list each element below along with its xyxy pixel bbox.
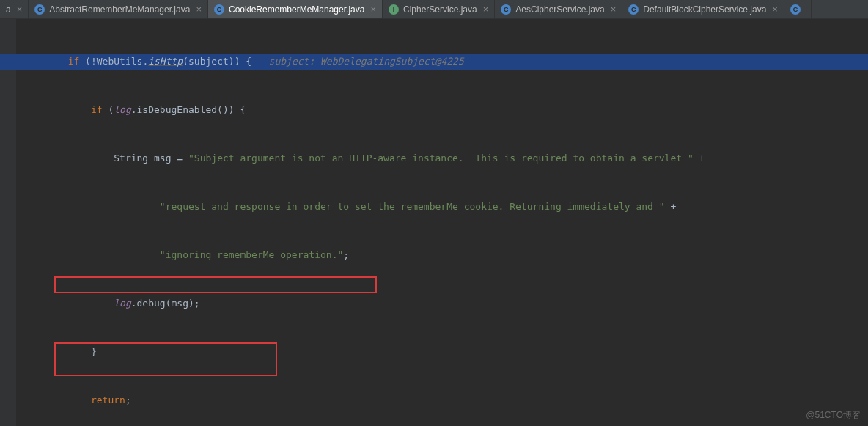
close-icon[interactable]: ×: [17, 4, 23, 15]
class-icon: C: [628, 4, 639, 15]
tab-trailing[interactable]: C: [784, 0, 812, 18]
code-editor[interactable]: if (!WebUtils.isHttp(subject)) { subject…: [0, 19, 868, 426]
code-line[interactable]: return;: [22, 392, 868, 408]
tab-label: AbstractRememberMeManager.java: [49, 4, 190, 15]
code-line[interactable]: if (log.isDebugEnabled()) {: [22, 102, 868, 118]
code-line[interactable]: String msg = "Subject argument is not an…: [22, 150, 868, 166]
class-icon: C: [34, 4, 45, 15]
code-line[interactable]: log.debug(msg);: [22, 295, 868, 312]
tab-label: AesCipherService.java: [515, 4, 604, 15]
class-icon: C: [501, 4, 511, 15]
interface-icon: I: [389, 4, 399, 15]
code-line[interactable]: "ignoring rememberMe operation.";: [22, 247, 868, 263]
class-icon: C: [790, 4, 801, 15]
close-icon[interactable]: ×: [483, 4, 489, 15]
tab-partial-a[interactable]: a ×: [0, 0, 29, 18]
tab-cookie-remember[interactable]: C CookieRememberMeManager.java ×: [208, 0, 383, 18]
watermark-text: @51CTO博客: [806, 409, 861, 422]
close-icon[interactable]: ×: [772, 4, 778, 15]
tab-aes-cipher[interactable]: C AesCipherService.java ×: [495, 0, 622, 18]
editor-tab-bar: a × C AbstractRememberMeManager.java × C…: [0, 0, 868, 19]
tab-cipher-service[interactable]: I CipherService.java ×: [383, 0, 495, 18]
tab-label: a: [6, 4, 11, 15]
tab-label: CipherService.java: [403, 4, 477, 15]
class-icon: C: [214, 4, 224, 15]
code-line[interactable]: "request and response in order to set th…: [22, 199, 868, 215]
close-icon[interactable]: ×: [611, 4, 617, 15]
close-icon[interactable]: ×: [370, 4, 376, 15]
close-icon[interactable]: ×: [196, 4, 202, 15]
tab-default-block[interactable]: C DefaultBlockCipherService.java ×: [622, 0, 784, 18]
code-line[interactable]: if (!WebUtils.isHttp(subject)) { subject…: [0, 54, 868, 70]
tab-label: DefaultBlockCipherService.java: [643, 4, 766, 15]
tab-label: CookieRememberMeManager.java: [229, 4, 364, 15]
code-line[interactable]: }: [22, 344, 868, 360]
tab-abstract-remember[interactable]: C AbstractRememberMeManager.java ×: [29, 0, 208, 18]
